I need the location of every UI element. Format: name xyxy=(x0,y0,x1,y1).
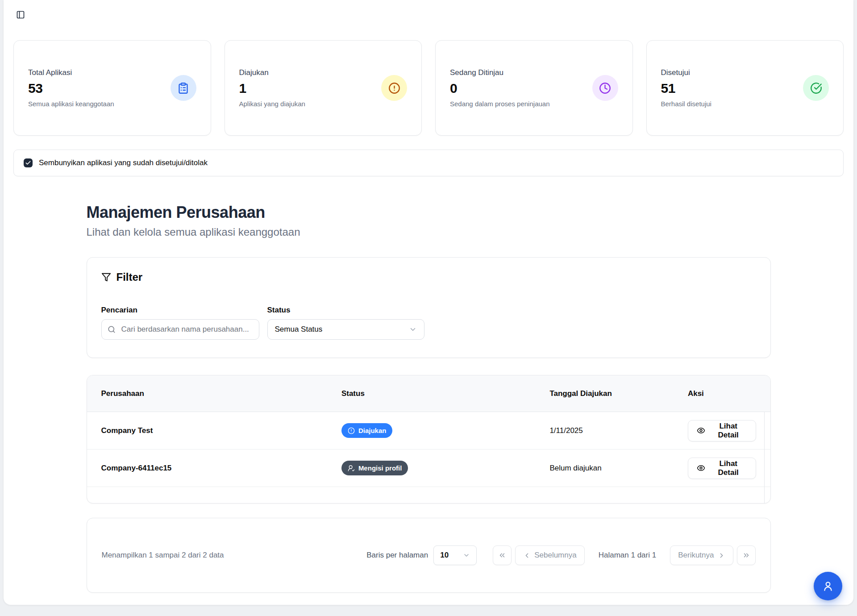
chevron-right-icon xyxy=(718,552,725,559)
column-header-action: Aksi xyxy=(688,389,756,398)
search-field-group: Pencarian xyxy=(101,306,259,340)
page-subtitle: Lihat dan kelola semua aplikasi keanggot… xyxy=(87,226,771,238)
filter-header: Filter xyxy=(101,271,756,283)
status-field-group: Status Semua Status xyxy=(267,306,424,340)
stat-label: Diajukan xyxy=(239,68,408,77)
pagination-controls: Baris per halaman 10 xyxy=(366,545,755,565)
circle-check-icon xyxy=(803,75,829,101)
company-name: Company-6411ec15 xyxy=(101,464,341,473)
chevron-down-icon xyxy=(463,552,470,559)
last-page-button[interactable] xyxy=(737,545,756,565)
table-row: Company-6411ec15 Mengisi profil Belum di… xyxy=(87,450,770,487)
companies-table-card: Perusahaan Status Tanggal Diajukan Aksi … xyxy=(87,375,771,504)
eye-icon xyxy=(697,464,705,472)
stat-cards-row: Total Aplikasi 53 Semua aplikasi keanggo… xyxy=(13,40,844,136)
column-header-company: Perusahaan xyxy=(101,389,341,398)
clipboard-list-icon xyxy=(171,75,196,101)
stat-description: Semua aplikasi keanggotaan xyxy=(28,100,196,108)
alert-circle-icon xyxy=(381,75,407,101)
search-field-label: Pencarian xyxy=(101,306,259,315)
rows-per-page-label: Baris per halaman xyxy=(366,551,428,560)
eye-icon xyxy=(697,426,705,435)
view-detail-button[interactable]: Lihat Detail xyxy=(688,458,756,479)
column-header-status: Status xyxy=(341,389,550,398)
submitted-date: 1/11/2025 xyxy=(549,426,688,435)
filter-fields: Pencarian Status Semua Status xyxy=(101,306,756,340)
first-page-button[interactable] xyxy=(493,545,512,565)
rows-per-page-value: 10 xyxy=(440,551,449,560)
main-container: Manajemen Perusahaan Lihat dan kelola se… xyxy=(87,203,771,593)
hide-approved-bar: Sembunyikan aplikasi yang sudah disetuju… xyxy=(13,150,844,176)
previous-page-button[interactable]: Sebelumnya xyxy=(515,545,585,565)
company-name: Company Test xyxy=(101,426,341,435)
stat-card-approved: Disetujui 51 Berhasil disetujui xyxy=(646,40,844,136)
stat-description: Sedang dalam proses peninjauan xyxy=(450,100,618,108)
filter-card: Filter Pencarian Status xyxy=(87,257,771,358)
app-surface: Total Aplikasi 53 Semua aplikasi keanggo… xyxy=(4,0,853,605)
sidebar-toggle-button[interactable] xyxy=(13,8,28,22)
search-icon xyxy=(108,325,116,333)
stat-card-in-review: Sedang Ditinjau 0 Sedang dalam proses pe… xyxy=(435,40,633,136)
pagination-card: Menampilkan 1 sampai 2 dari 2 data Baris… xyxy=(87,518,771,593)
column-header-date: Tanggal Diajukan xyxy=(549,389,688,398)
view-detail-label: Lihat Detail xyxy=(710,459,747,477)
chevron-left-icon xyxy=(523,552,531,559)
status-badge-label: Mengisi profil xyxy=(358,464,402,472)
table-row: Company Test Diajukan 1/11/2025 xyxy=(87,412,770,450)
stat-label: Disetujui xyxy=(661,68,829,77)
chevrons-right-icon xyxy=(742,551,750,559)
status-select-value: Semua Status xyxy=(275,325,323,334)
page-info: Halaman 1 dari 1 xyxy=(599,551,656,560)
circle-alert-icon xyxy=(348,427,355,434)
pagination-summary: Menampilkan 1 sampai 2 dari 2 data xyxy=(102,551,224,560)
stat-card-submitted: Diajukan 1 Aplikasi yang diajukan xyxy=(225,40,422,136)
hide-approved-checkbox[interactable] xyxy=(24,158,33,167)
status-select[interactable]: Semua Status xyxy=(267,319,424,340)
table-header-row: Perusahaan Status Tanggal Diajukan Aksi xyxy=(87,375,770,412)
profile-fab-button[interactable] xyxy=(814,572,842,600)
submitted-date: Belum diajukan xyxy=(549,464,688,473)
funnel-icon xyxy=(101,272,111,282)
status-field-label: Status xyxy=(267,306,424,315)
stat-card-total: Total Aplikasi 53 Semua aplikasi keanggo… xyxy=(13,40,211,136)
check-icon xyxy=(25,160,31,166)
hide-approved-label: Sembunyikan aplikasi yang sudah disetuju… xyxy=(39,158,208,167)
chevrons-left-icon xyxy=(498,551,506,559)
user-round-icon xyxy=(822,580,834,592)
stat-label: Sedang Ditinjau xyxy=(450,68,618,77)
filter-title: Filter xyxy=(116,271,143,283)
panel-left-icon xyxy=(16,10,25,19)
rows-per-page-select[interactable]: 10 xyxy=(433,545,477,565)
stat-description: Aplikasi yang diajukan xyxy=(239,100,408,108)
status-badge-label: Diajukan xyxy=(358,427,387,434)
search-input[interactable] xyxy=(101,319,259,340)
page-title: Manajemen Perusahaan xyxy=(87,203,771,222)
stat-label: Total Aplikasi xyxy=(28,68,196,77)
chevron-down-icon xyxy=(409,325,417,333)
previous-page-label: Sebelumnya xyxy=(534,551,577,560)
view-detail-button[interactable]: Lihat Detail xyxy=(688,420,756,441)
topbar xyxy=(13,7,844,22)
status-badge: Mengisi profil xyxy=(341,461,408,475)
view-detail-label: Lihat Detail xyxy=(710,422,747,440)
next-page-button[interactable]: Berikutnya xyxy=(670,545,733,565)
table-scrollbar[interactable] xyxy=(764,412,765,503)
user-pen-icon xyxy=(348,465,355,472)
next-page-label: Berikutnya xyxy=(678,551,714,560)
clock-icon xyxy=(592,75,618,101)
stat-description: Berhasil disetujui xyxy=(661,100,829,108)
search-field-wrap xyxy=(101,319,259,340)
status-badge: Diajukan xyxy=(341,423,393,438)
